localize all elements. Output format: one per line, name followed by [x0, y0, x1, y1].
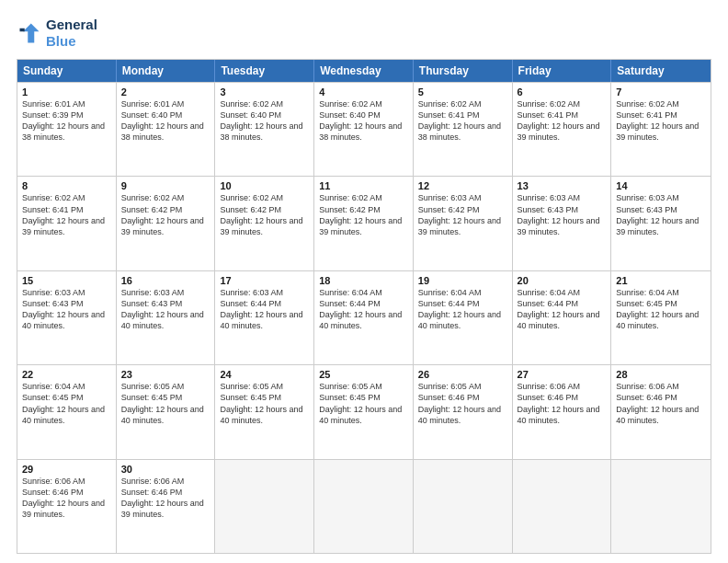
- calendar-body: 1Sunrise: 6:01 AMSunset: 6:39 PMDaylight…: [17, 82, 711, 553]
- table-row: 30Sunrise: 6:06 AMSunset: 6:46 PMDayligh…: [117, 460, 216, 553]
- day-number: 13: [518, 180, 607, 191]
- day-number: 3: [220, 86, 309, 98]
- header-tuesday: Tuesday: [215, 60, 314, 82]
- table-row: 21Sunrise: 6:04 AMSunset: 6:45 PMDayligh…: [611, 271, 711, 364]
- day-detail: Sunrise: 6:06 AMSunset: 6:46 PMDaylight:…: [121, 476, 210, 521]
- day-detail: Sunrise: 6:05 AMSunset: 6:45 PMDaylight:…: [220, 381, 309, 426]
- logo-text: General Blue: [46, 17, 97, 50]
- day-detail: Sunrise: 6:02 AMSunset: 6:41 PMDaylight:…: [518, 98, 607, 144]
- day-number: 8: [22, 180, 111, 191]
- day-number: 6: [518, 86, 607, 98]
- header: General Blue: [17, 17, 711, 50]
- table-row: 5Sunrise: 6:02 AMSunset: 6:41 PMDaylight…: [414, 83, 513, 176]
- day-number: 17: [220, 275, 309, 286]
- header-saturday: Saturday: [611, 60, 711, 82]
- day-detail: Sunrise: 6:04 AMSunset: 6:45 PMDaylight:…: [22, 381, 111, 426]
- table-row: [215, 460, 314, 553]
- calendar: Sunday Monday Tuesday Wednesday Thursday…: [17, 59, 711, 554]
- day-detail: Sunrise: 6:03 AMSunset: 6:43 PMDaylight:…: [616, 192, 706, 237]
- day-number: 19: [418, 275, 507, 286]
- day-number: 22: [22, 369, 111, 380]
- day-number: 28: [616, 369, 706, 380]
- day-number: 27: [518, 369, 607, 380]
- day-detail: Sunrise: 6:03 AMSunset: 6:44 PMDaylight:…: [220, 287, 309, 332]
- day-detail: Sunrise: 6:02 AMSunset: 6:41 PMDaylight:…: [616, 98, 706, 144]
- day-number: 18: [319, 275, 408, 286]
- calendar-week-1: 1Sunrise: 6:01 AMSunset: 6:39 PMDaylight…: [17, 82, 711, 176]
- table-row: 20Sunrise: 6:04 AMSunset: 6:44 PMDayligh…: [513, 271, 612, 364]
- day-detail: Sunrise: 6:03 AMSunset: 6:43 PMDaylight:…: [22, 287, 111, 332]
- day-number: 24: [220, 369, 309, 380]
- day-number: 7: [616, 86, 706, 98]
- table-row: 14Sunrise: 6:03 AMSunset: 6:43 PMDayligh…: [611, 177, 711, 270]
- header-friday: Friday: [513, 60, 612, 82]
- day-detail: Sunrise: 6:02 AMSunset: 6:40 PMDaylight:…: [319, 98, 408, 144]
- page: General Blue Sunday Monday Tuesday Wedne…: [0, 0, 728, 563]
- table-row: 19Sunrise: 6:04 AMSunset: 6:44 PMDayligh…: [414, 271, 513, 364]
- table-row: 8Sunrise: 6:02 AMSunset: 6:41 PMDaylight…: [17, 177, 117, 270]
- logo-icon: [17, 20, 42, 46]
- day-detail: Sunrise: 6:05 AMSunset: 6:45 PMDaylight:…: [319, 381, 408, 426]
- day-number: 5: [418, 86, 507, 98]
- day-number: 1: [22, 86, 111, 98]
- header-thursday: Thursday: [414, 60, 513, 82]
- day-number: 16: [121, 275, 210, 286]
- table-row: 10Sunrise: 6:02 AMSunset: 6:42 PMDayligh…: [215, 177, 314, 270]
- day-detail: Sunrise: 6:05 AMSunset: 6:45 PMDaylight:…: [121, 381, 210, 426]
- table-row: 24Sunrise: 6:05 AMSunset: 6:45 PMDayligh…: [215, 365, 314, 458]
- table-row: 12Sunrise: 6:03 AMSunset: 6:42 PMDayligh…: [414, 177, 513, 270]
- calendar-week-4: 22Sunrise: 6:04 AMSunset: 6:45 PMDayligh…: [17, 364, 711, 458]
- calendar-week-5: 29Sunrise: 6:06 AMSunset: 6:46 PMDayligh…: [17, 459, 711, 553]
- table-row: 29Sunrise: 6:06 AMSunset: 6:46 PMDayligh…: [17, 460, 117, 553]
- table-row: 18Sunrise: 6:04 AMSunset: 6:44 PMDayligh…: [314, 271, 414, 364]
- svg-rect-1: [20, 29, 25, 32]
- day-number: 9: [121, 180, 210, 191]
- table-row: [513, 460, 612, 553]
- day-detail: Sunrise: 6:02 AMSunset: 6:40 PMDaylight:…: [220, 98, 309, 144]
- table-row: 6Sunrise: 6:02 AMSunset: 6:41 PMDaylight…: [513, 83, 612, 176]
- table-row: 11Sunrise: 6:02 AMSunset: 6:42 PMDayligh…: [314, 177, 414, 270]
- day-number: 11: [319, 180, 408, 191]
- table-row: 27Sunrise: 6:06 AMSunset: 6:46 PMDayligh…: [513, 365, 612, 458]
- day-detail: Sunrise: 6:02 AMSunset: 6:41 PMDaylight:…: [418, 98, 507, 144]
- svg-marker-0: [23, 24, 40, 43]
- day-number: 21: [616, 275, 706, 286]
- day-number: 2: [121, 86, 210, 98]
- table-row: 9Sunrise: 6:02 AMSunset: 6:42 PMDaylight…: [117, 177, 216, 270]
- day-detail: Sunrise: 6:04 AMSunset: 6:45 PMDaylight:…: [616, 287, 706, 332]
- table-row: 16Sunrise: 6:03 AMSunset: 6:43 PMDayligh…: [117, 271, 216, 364]
- table-row: 1Sunrise: 6:01 AMSunset: 6:39 PMDaylight…: [17, 83, 117, 176]
- table-row: 15Sunrise: 6:03 AMSunset: 6:43 PMDayligh…: [17, 271, 117, 364]
- day-number: 29: [22, 464, 111, 475]
- day-detail: Sunrise: 6:04 AMSunset: 6:44 PMDaylight:…: [319, 287, 408, 332]
- table-row: [611, 460, 711, 553]
- logo: General Blue: [17, 17, 97, 50]
- day-detail: Sunrise: 6:06 AMSunset: 6:46 PMDaylight:…: [22, 476, 111, 521]
- calendar-week-3: 15Sunrise: 6:03 AMSunset: 6:43 PMDayligh…: [17, 270, 711, 364]
- day-detail: Sunrise: 6:06 AMSunset: 6:46 PMDaylight:…: [518, 381, 607, 426]
- day-detail: Sunrise: 6:03 AMSunset: 6:42 PMDaylight:…: [418, 192, 507, 237]
- day-detail: Sunrise: 6:06 AMSunset: 6:46 PMDaylight:…: [616, 381, 706, 426]
- table-row: 26Sunrise: 6:05 AMSunset: 6:46 PMDayligh…: [414, 365, 513, 458]
- header-monday: Monday: [117, 60, 216, 82]
- day-number: 30: [121, 464, 210, 475]
- day-detail: Sunrise: 6:01 AMSunset: 6:39 PMDaylight:…: [22, 98, 111, 144]
- day-number: 23: [121, 369, 210, 380]
- table-row: [414, 460, 513, 553]
- day-detail: Sunrise: 6:03 AMSunset: 6:43 PMDaylight:…: [518, 192, 607, 237]
- day-detail: Sunrise: 6:04 AMSunset: 6:44 PMDaylight:…: [518, 287, 607, 332]
- table-row: 4Sunrise: 6:02 AMSunset: 6:40 PMDaylight…: [314, 83, 414, 176]
- table-row: 28Sunrise: 6:06 AMSunset: 6:46 PMDayligh…: [611, 365, 711, 458]
- day-number: 20: [518, 275, 607, 286]
- header-wednesday: Wednesday: [314, 60, 414, 82]
- day-detail: Sunrise: 6:02 AMSunset: 6:41 PMDaylight:…: [22, 192, 111, 237]
- day-number: 25: [319, 369, 408, 380]
- day-detail: Sunrise: 6:05 AMSunset: 6:46 PMDaylight:…: [418, 381, 507, 426]
- calendar-week-2: 8Sunrise: 6:02 AMSunset: 6:41 PMDaylight…: [17, 176, 711, 270]
- table-row: 3Sunrise: 6:02 AMSunset: 6:40 PMDaylight…: [215, 83, 314, 176]
- day-number: 14: [616, 180, 706, 191]
- table-row: 23Sunrise: 6:05 AMSunset: 6:45 PMDayligh…: [117, 365, 216, 458]
- day-detail: Sunrise: 6:02 AMSunset: 6:42 PMDaylight:…: [220, 192, 309, 237]
- day-detail: Sunrise: 6:04 AMSunset: 6:44 PMDaylight:…: [418, 287, 507, 332]
- day-number: 4: [319, 86, 408, 98]
